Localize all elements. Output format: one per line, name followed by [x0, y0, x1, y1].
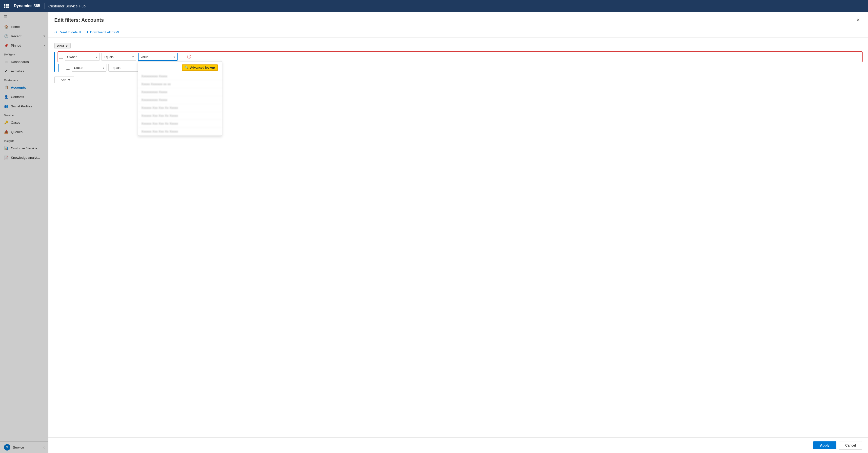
value-dropdown-popup: 🔍 Advanced lookup Xxxxxxxxxx Xxxxx Xxxxx… — [138, 61, 222, 136]
top-bar: Dynamics 365 Customer Service Hub — [0, 0, 868, 12]
filter1-field-label: Owner — [67, 55, 76, 59]
module-name: Customer Service Hub — [49, 4, 86, 8]
filter1-operator-select[interactable]: Equals ∨ — [101, 53, 136, 61]
and-badge[interactable]: AND ∨ — [54, 43, 71, 49]
filter1-field-chevron: ∨ — [96, 56, 97, 58]
modal-body: AND ∨ Owner ∨ Equals ∨ Value — [49, 38, 868, 438]
filter-group: Owner ∨ Equals ∨ Value ∨ — [54, 52, 862, 72]
filter1-value-label: Value — [141, 55, 148, 59]
apply-button[interactable]: Apply — [813, 442, 837, 449]
reset-icon: ↺ — [54, 30, 57, 34]
topbar-divider — [44, 3, 44, 9]
modal-toolbar: ↺ Reset to default ⬇ Download FetchXML — [49, 27, 868, 38]
filter1-operator-chevron: ∨ — [132, 56, 134, 58]
filter1-checkbox[interactable] — [59, 55, 63, 59]
filter2-field-chevron: ∨ — [102, 66, 104, 69]
download-fetchxml-button[interactable]: ⬇ Download FetchXML — [86, 29, 120, 35]
modal-header: Edit filters: Accounts ✕ — [49, 12, 868, 27]
reset-to-default-button[interactable]: ↺ Reset to default — [54, 29, 81, 35]
filter1-value-chevron: ∨ — [173, 56, 175, 58]
dropdown-item-4[interactable]: Xxxxxx Xxx Xxx Xx Xxxxx — [138, 104, 222, 112]
filter2-field-select[interactable]: Status ∨ — [72, 64, 106, 72]
filter1-field-select[interactable]: Owner ∨ — [65, 53, 99, 61]
app-grid-icon[interactable] — [3, 2, 10, 9]
add-chevron-icon: ∨ — [68, 78, 70, 82]
add-filter-button[interactable]: + Add ∨ — [54, 76, 74, 83]
download-label: Download FetchXML — [90, 30, 120, 34]
dropdown-item-0[interactable]: Xxxxxxxxxx Xxxxx — [138, 72, 222, 80]
svg-rect-6 — [4, 7, 5, 8]
dropdown-item-1[interactable]: Xxxxx Xxxxxxx xx xx — [138, 80, 222, 88]
dropdown-item-6[interactable]: Xxxxxx Xxx Xxx Xx Xxxxx — [138, 120, 222, 128]
advanced-lookup-label: Advanced lookup — [190, 66, 215, 69]
advanced-lookup-button[interactable]: 🔍 Advanced lookup — [182, 64, 218, 71]
dropdown-item-2[interactable]: Xxxxxxxxxx Xxxxx — [138, 88, 222, 96]
svg-rect-4 — [6, 5, 7, 7]
svg-rect-2 — [7, 4, 9, 5]
filter1-value-container: Value ∨ 🔍 Advanced lookup Xxxxxxxxxx Xxx… — [138, 53, 178, 61]
modal-title: Edit filters: Accounts — [54, 17, 104, 23]
svg-rect-5 — [7, 5, 9, 7]
download-icon: ⬇ — [86, 30, 89, 34]
svg-rect-3 — [4, 5, 5, 7]
filter1-value-select[interactable]: Value ∨ — [138, 53, 178, 61]
filter1-info-icon: ⓘ — [187, 54, 191, 60]
filter2-operator-select[interactable]: Equals ∨ — [108, 64, 143, 72]
dropdown-item-3[interactable]: Xxxxxxxxxx Xxxxx — [138, 96, 222, 104]
filter2-checkbox[interactable] — [66, 66, 70, 70]
filter2-operator-label: Equals — [111, 66, 121, 70]
filter1-more-button[interactable]: ··· — [180, 54, 185, 60]
dynamics-title: Dynamics 365 — [14, 4, 40, 8]
dropdown-item-7[interactable]: Xxxxxx Xxx Xxx Xx Xxxxx — [138, 128, 222, 135]
svg-rect-8 — [7, 7, 9, 8]
filter-row-1: Owner ∨ Equals ∨ Value ∨ — [58, 52, 862, 62]
dropdown-item-5[interactable]: Xxxxxx Xxx Xxx Xx Xxxxx — [138, 112, 222, 120]
svg-rect-1 — [6, 4, 7, 5]
filter1-operator-label: Equals — [104, 55, 114, 59]
cancel-button[interactable]: Cancel — [839, 441, 862, 450]
filter2-field-label: Status — [74, 66, 83, 70]
modal-footer: Apply Cancel — [49, 438, 868, 453]
edit-filters-modal: Edit filters: Accounts ✕ ↺ Reset to defa… — [48, 12, 868, 453]
and-chevron-icon: ∨ — [65, 44, 68, 47]
advanced-lookup-icon: 🔍 — [185, 66, 189, 69]
add-label: + Add — [58, 78, 66, 82]
close-icon: ✕ — [857, 18, 860, 23]
svg-rect-0 — [4, 4, 5, 5]
and-label: AND — [57, 44, 64, 47]
reset-label: Reset to default — [59, 30, 81, 34]
modal-close-button[interactable]: ✕ — [855, 16, 862, 24]
svg-rect-7 — [6, 7, 7, 8]
